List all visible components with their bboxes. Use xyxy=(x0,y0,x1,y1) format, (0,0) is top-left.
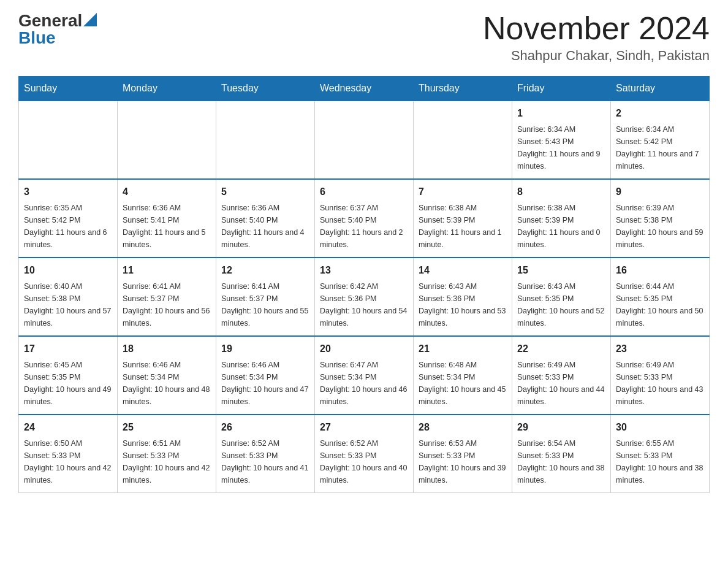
day-number: 18 xyxy=(123,342,211,356)
calendar-day-cell xyxy=(118,101,216,179)
calendar-day-cell: 13Sunrise: 6:42 AMSunset: 5:36 PMDayligh… xyxy=(315,258,414,336)
calendar-day-cell xyxy=(19,101,118,179)
day-number: 13 xyxy=(320,263,408,278)
day-info: Sunrise: 6:47 AMSunset: 5:34 PMDaylight:… xyxy=(320,359,408,408)
day-number: 14 xyxy=(419,263,507,278)
day-info: Sunrise: 6:52 AMSunset: 5:33 PMDaylight:… xyxy=(221,437,309,486)
day-number: 17 xyxy=(24,342,112,356)
calendar-day-cell: 14Sunrise: 6:43 AMSunset: 5:36 PMDayligh… xyxy=(414,258,512,336)
calendar-day-cell: 24Sunrise: 6:50 AMSunset: 5:33 PMDayligh… xyxy=(19,415,118,493)
calendar-location: Shahpur Chakar, Sindh, Pakistan xyxy=(483,48,710,64)
calendar-day-cell: 6Sunrise: 6:37 AMSunset: 5:40 PMDaylight… xyxy=(315,179,414,258)
day-number: 2 xyxy=(616,106,704,121)
day-info: Sunrise: 6:39 AMSunset: 5:38 PMDaylight:… xyxy=(616,202,704,251)
calendar-day-cell: 19Sunrise: 6:46 AMSunset: 5:34 PMDayligh… xyxy=(216,336,315,415)
day-info: Sunrise: 6:50 AMSunset: 5:33 PMDaylight:… xyxy=(24,437,112,486)
day-number: 21 xyxy=(419,342,507,356)
day-info: Sunrise: 6:54 AMSunset: 5:33 PMDaylight:… xyxy=(517,437,605,486)
day-number: 30 xyxy=(616,420,704,435)
day-info: Sunrise: 6:42 AMSunset: 5:36 PMDaylight:… xyxy=(320,280,408,329)
calendar-day-cell: 16Sunrise: 6:44 AMSunset: 5:35 PMDayligh… xyxy=(611,258,710,336)
day-number: 27 xyxy=(320,420,408,435)
day-number: 23 xyxy=(616,342,704,356)
page-header: General Blue November 2024 Shahpur Chaka… xyxy=(18,12,710,64)
day-number: 19 xyxy=(221,342,309,356)
calendar-day-cell: 2Sunrise: 6:34 AMSunset: 5:42 PMDaylight… xyxy=(611,101,710,179)
day-info: Sunrise: 6:41 AMSunset: 5:37 PMDaylight:… xyxy=(123,280,211,329)
day-info: Sunrise: 6:53 AMSunset: 5:33 PMDaylight:… xyxy=(419,437,507,486)
day-of-week-header: Friday xyxy=(512,77,611,101)
day-info: Sunrise: 6:49 AMSunset: 5:33 PMDaylight:… xyxy=(616,359,704,408)
day-number: 6 xyxy=(320,185,408,199)
calendar-day-cell: 11Sunrise: 6:41 AMSunset: 5:37 PMDayligh… xyxy=(118,258,216,336)
calendar-day-cell: 15Sunrise: 6:43 AMSunset: 5:35 PMDayligh… xyxy=(512,258,611,336)
day-number: 9 xyxy=(616,185,704,199)
calendar-day-cell: 20Sunrise: 6:47 AMSunset: 5:34 PMDayligh… xyxy=(315,336,414,415)
calendar-day-cell: 21Sunrise: 6:48 AMSunset: 5:34 PMDayligh… xyxy=(414,336,512,415)
day-number: 5 xyxy=(221,185,309,199)
day-info: Sunrise: 6:34 AMSunset: 5:42 PMDaylight:… xyxy=(616,123,704,172)
logo-triangle-icon xyxy=(83,13,97,26)
day-info: Sunrise: 6:52 AMSunset: 5:33 PMDaylight:… xyxy=(320,437,408,486)
day-number: 25 xyxy=(123,420,211,435)
day-info: Sunrise: 6:46 AMSunset: 5:34 PMDaylight:… xyxy=(123,359,211,408)
day-info: Sunrise: 6:37 AMSunset: 5:40 PMDaylight:… xyxy=(320,202,408,251)
calendar-day-cell: 10Sunrise: 6:40 AMSunset: 5:38 PMDayligh… xyxy=(19,258,118,336)
day-info: Sunrise: 6:55 AMSunset: 5:33 PMDaylight:… xyxy=(616,437,704,486)
calendar-week-row: 10Sunrise: 6:40 AMSunset: 5:38 PMDayligh… xyxy=(19,258,710,336)
calendar-day-cell: 28Sunrise: 6:53 AMSunset: 5:33 PMDayligh… xyxy=(414,415,512,493)
calendar-day-cell: 26Sunrise: 6:52 AMSunset: 5:33 PMDayligh… xyxy=(216,415,315,493)
calendar-day-cell: 4Sunrise: 6:36 AMSunset: 5:41 PMDaylight… xyxy=(118,179,216,258)
calendar-day-cell xyxy=(315,101,414,179)
day-number: 7 xyxy=(419,185,507,199)
day-number: 1 xyxy=(517,106,605,121)
day-info: Sunrise: 6:46 AMSunset: 5:34 PMDaylight:… xyxy=(221,359,309,408)
calendar-day-cell: 30Sunrise: 6:55 AMSunset: 5:33 PMDayligh… xyxy=(611,415,710,493)
calendar-header-row: SundayMondayTuesdayWednesdayThursdayFrid… xyxy=(19,77,710,101)
calendar-day-cell: 18Sunrise: 6:46 AMSunset: 5:34 PMDayligh… xyxy=(118,336,216,415)
logo: General Blue xyxy=(18,12,97,47)
day-info: Sunrise: 6:43 AMSunset: 5:36 PMDaylight:… xyxy=(419,280,507,329)
day-number: 10 xyxy=(24,263,112,278)
calendar-day-cell: 9Sunrise: 6:39 AMSunset: 5:38 PMDaylight… xyxy=(611,179,710,258)
day-of-week-header: Sunday xyxy=(19,77,118,101)
calendar-week-row: 24Sunrise: 6:50 AMSunset: 5:33 PMDayligh… xyxy=(19,415,710,493)
day-number: 22 xyxy=(517,342,605,356)
day-of-week-header: Monday xyxy=(118,77,216,101)
day-number: 8 xyxy=(517,185,605,199)
day-info: Sunrise: 6:51 AMSunset: 5:33 PMDaylight:… xyxy=(123,437,211,486)
day-number: 4 xyxy=(123,185,211,199)
logo-general-text: General xyxy=(18,12,82,29)
calendar-week-row: 17Sunrise: 6:45 AMSunset: 5:35 PMDayligh… xyxy=(19,336,710,415)
logo-blue-text: Blue xyxy=(18,29,56,47)
svg-marker-0 xyxy=(83,13,97,26)
day-number: 11 xyxy=(123,263,211,278)
calendar-table: SundayMondayTuesdayWednesdayThursdayFrid… xyxy=(18,76,710,493)
day-of-week-header: Saturday xyxy=(611,77,710,101)
day-of-week-header: Thursday xyxy=(414,77,512,101)
calendar-day-cell: 23Sunrise: 6:49 AMSunset: 5:33 PMDayligh… xyxy=(611,336,710,415)
day-number: 12 xyxy=(221,263,309,278)
day-number: 28 xyxy=(419,420,507,435)
day-info: Sunrise: 6:34 AMSunset: 5:43 PMDaylight:… xyxy=(517,123,605,172)
day-number: 16 xyxy=(616,263,704,278)
calendar-day-cell: 8Sunrise: 6:38 AMSunset: 5:39 PMDaylight… xyxy=(512,179,611,258)
day-info: Sunrise: 6:38 AMSunset: 5:39 PMDaylight:… xyxy=(419,202,507,251)
calendar-day-cell: 27Sunrise: 6:52 AMSunset: 5:33 PMDayligh… xyxy=(315,415,414,493)
calendar-week-row: 1Sunrise: 6:34 AMSunset: 5:43 PMDaylight… xyxy=(19,101,710,179)
day-info: Sunrise: 6:44 AMSunset: 5:35 PMDaylight:… xyxy=(616,280,704,329)
day-info: Sunrise: 6:49 AMSunset: 5:33 PMDaylight:… xyxy=(517,359,605,408)
day-info: Sunrise: 6:45 AMSunset: 5:35 PMDaylight:… xyxy=(24,359,112,408)
calendar-day-cell: 3Sunrise: 6:35 AMSunset: 5:42 PMDaylight… xyxy=(19,179,118,258)
day-info: Sunrise: 6:41 AMSunset: 5:37 PMDaylight:… xyxy=(221,280,309,329)
day-info: Sunrise: 6:36 AMSunset: 5:41 PMDaylight:… xyxy=(123,202,211,251)
day-number: 15 xyxy=(517,263,605,278)
calendar-day-cell: 29Sunrise: 6:54 AMSunset: 5:33 PMDayligh… xyxy=(512,415,611,493)
calendar-day-cell: 1Sunrise: 6:34 AMSunset: 5:43 PMDaylight… xyxy=(512,101,611,179)
calendar-title: November 2024 xyxy=(483,12,710,44)
day-info: Sunrise: 6:38 AMSunset: 5:39 PMDaylight:… xyxy=(517,202,605,251)
day-of-week-header: Tuesday xyxy=(216,77,315,101)
day-info: Sunrise: 6:43 AMSunset: 5:35 PMDaylight:… xyxy=(517,280,605,329)
day-number: 3 xyxy=(24,185,112,199)
calendar-day-cell xyxy=(216,101,315,179)
